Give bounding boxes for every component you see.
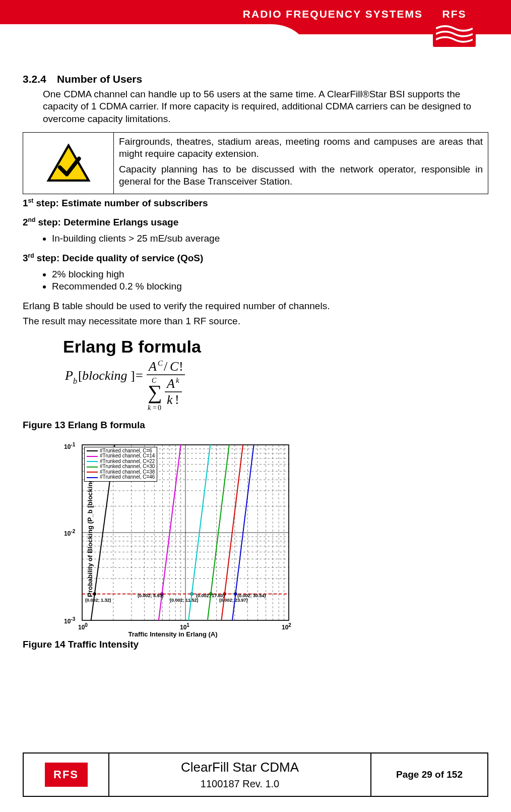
x-tick: 100 — [78, 622, 88, 631]
section-heading: 3.2.4Number of Users — [23, 73, 488, 85]
step-2: 2nd step: Determine Erlangs usage — [23, 216, 488, 228]
traffic-intensity-chart: Probability of Blocking (P_b [blocking])… — [37, 440, 294, 631]
note-line-2: Capacity planning has to be discussed wi… — [119, 163, 483, 188]
footer-rfs-logo: RFS — [45, 763, 88, 787]
erlang-formula: P b [ blocking ] = A C / C ! ∑ k = 0 C — [63, 358, 488, 416]
point-label: (0.002; 30.54) — [237, 593, 266, 598]
point-label: (0.002; 1.32) — [85, 598, 111, 603]
page-content: 3.2.4Number of Users One CDMA channel ca… — [0, 50, 511, 650]
svg-text:0: 0 — [158, 404, 161, 412]
x-tick: 102 — [282, 622, 291, 631]
svg-point-68 — [234, 592, 237, 595]
page-footer: RFS ClearFill Star CDMA 1100187 Rev. 1.0… — [23, 752, 488, 797]
chart-y-label: Probability of Blocking (P_b [blocking]) — [86, 474, 94, 597]
rfs-logo-waves-icon — [436, 21, 473, 45]
list-item: Recommended 0.2 % blocking — [52, 281, 488, 292]
section-intro: One CDMA channel can handle up to 56 use… — [43, 88, 488, 125]
svg-text:k: k — [176, 376, 179, 384]
svg-text:=: = — [153, 404, 157, 412]
list-item: 2% blocking high — [52, 269, 488, 280]
chart-x-label: Traffic Intensity in Erlang (A) — [57, 630, 289, 638]
svg-text:b: b — [73, 377, 77, 385]
brand-text: RADIO FREQUENCY SYSTEMS — [243, 8, 423, 20]
y-tick: 10-2 — [64, 529, 75, 537]
step-1: 1st step: Estimate number of subscribers — [23, 197, 488, 209]
rfs-logo-text: RFS — [436, 7, 473, 21]
y-tick: 10-3 — [64, 616, 75, 625]
step-3: 3rd step: Decide quality of service (QoS… — [23, 252, 488, 264]
point-label: (0.002; 11.52) — [170, 598, 199, 603]
note-line-1: Fairgrounds, theatres, stadium areas, me… — [119, 136, 483, 160]
erlang-intro-1: Erlang B table should be used to verify … — [23, 300, 488, 312]
footer-doc-title: ClearFill Star CDMA — [181, 760, 299, 775]
svg-text:A: A — [148, 359, 157, 374]
svg-text:blocking: blocking — [82, 368, 127, 383]
figure-13-caption: Figure 13 Erlang B formula — [23, 420, 488, 431]
figure-14-caption: Figure 14 Traffic Intensity — [23, 639, 488, 650]
svg-text:=: = — [136, 368, 143, 383]
svg-text:k: k — [148, 404, 151, 412]
note-box: Fairgrounds, theatres, stadium areas, me… — [23, 132, 488, 194]
step-2-bullets: In-building clients > 25 mE/sub average — [52, 233, 488, 244]
section-number: 3.2.4 — [23, 73, 57, 85]
svg-text:!: ! — [175, 392, 179, 407]
footer-page-number: Page 29 of 152 — [371, 753, 487, 796]
rfs-logo: RFS — [433, 4, 476, 47]
footer-logo-text: RFS — [53, 768, 79, 781]
footer-doc-rev: 1100187 Rev. 1.0 — [201, 778, 279, 790]
erlang-intro-2: The result may necessitate more than 1 R… — [23, 315, 488, 327]
check-warning-icon — [46, 144, 91, 183]
x-tick: 101 — [180, 622, 189, 631]
svg-text:!: ! — [179, 359, 183, 374]
svg-text:C: C — [158, 359, 163, 367]
point-label: (0.002; 5.93) — [138, 593, 164, 598]
svg-text:]: ] — [131, 368, 135, 383]
svg-text:A: A — [166, 376, 175, 391]
page-header: RADIO FREQUENCY SYSTEMS RFS — [0, 0, 511, 50]
y-tick: 10-1 — [64, 442, 75, 450]
list-item: In-building clients > 25 mE/sub average — [52, 233, 488, 244]
chart-legend: #Trunked channel, C=6#Trunked channel, C… — [84, 447, 157, 482]
point-label: (0.002; 23.97) — [219, 598, 248, 603]
erlang-title: Erlang B formula — [63, 337, 488, 357]
svg-text:P: P — [65, 368, 73, 383]
svg-text:C: C — [170, 359, 179, 374]
svg-point-65 — [190, 592, 194, 595]
svg-text:k: k — [167, 392, 173, 407]
section-title: Number of Users — [57, 73, 142, 85]
step-3-bullets: 2% blocking high Recommended 0.2 % block… — [52, 269, 488, 292]
svg-text:C: C — [152, 377, 157, 384]
svg-text:/: / — [164, 359, 168, 374]
